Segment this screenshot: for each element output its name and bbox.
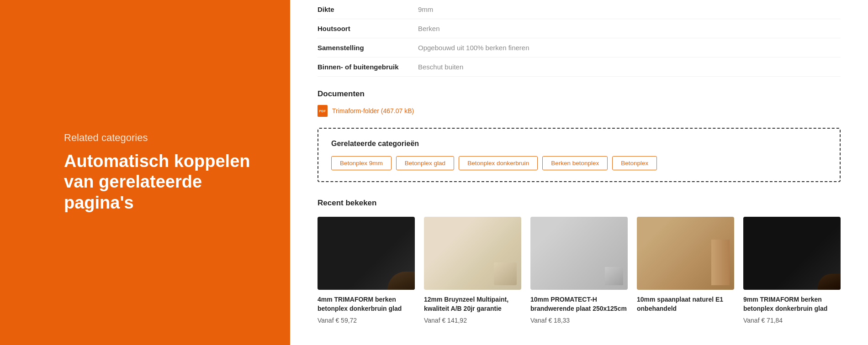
related-categories-box: Gerelateerde categorieën Betonplex 9mmBe… bbox=[318, 128, 841, 182]
product-name: 4mm TRIMAFORM berken betonplex donkerbru… bbox=[318, 295, 415, 313]
category-tag[interactable]: Betonplex 9mm bbox=[331, 156, 392, 170]
spec-label: Samenstelling bbox=[318, 38, 418, 58]
pdf-icon bbox=[318, 105, 328, 117]
heading-line1: Automatisch koppelen bbox=[64, 152, 250, 171]
product-name: 10mm spaanplaat naturel E1 onbehandeld bbox=[637, 295, 734, 313]
left-panel: Related categories Automatisch koppelen … bbox=[0, 0, 290, 345]
spec-row: Dikte9mm bbox=[318, 0, 841, 19]
product-name: 9mm TRIMAFORM berken betonplex donkerbru… bbox=[743, 295, 841, 313]
spec-row: SamenstellingOpgebouwd uit 100% berken f… bbox=[318, 38, 841, 58]
right-panel: Dikte9mmHoutsoortBerkenSamenstellingOpge… bbox=[290, 0, 868, 345]
product-card[interactable]: 9mm TRIMAFORM berken betonplex donkerbru… bbox=[743, 217, 841, 324]
product-card[interactable]: 10mm spaanplaat naturel E1 onbehandeld bbox=[637, 217, 734, 324]
product-image bbox=[743, 217, 841, 290]
product-card[interactable]: 10mm PROMATECT-H brandwerende plaat 250x… bbox=[530, 217, 628, 324]
spec-value: Opgebouwd uit 100% berken fineren bbox=[418, 38, 841, 58]
product-image bbox=[637, 217, 734, 290]
related-heading: Automatisch koppelen van gerelateerde pa… bbox=[64, 151, 250, 214]
spec-row: HoutsoortBerken bbox=[318, 19, 841, 38]
spec-label: Dikte bbox=[318, 0, 418, 19]
product-card[interactable]: 12mm Bruynzeel Multipaint, kwaliteit A/B… bbox=[424, 217, 521, 324]
category-tag[interactable]: Betonplex donkerbruin bbox=[459, 156, 538, 170]
spec-value: 9mm bbox=[418, 0, 841, 19]
product-name: 12mm Bruynzeel Multipaint, kwaliteit A/B… bbox=[424, 295, 521, 313]
related-categories-label: Related categories bbox=[64, 132, 250, 144]
heading-line2: van gerelateerde bbox=[64, 172, 202, 191]
product-name: 10mm PROMATECT-H brandwerende plaat 250x… bbox=[530, 295, 628, 313]
product-price: Vanaf € 71,84 bbox=[743, 317, 841, 324]
category-tag[interactable]: Berken betonplex bbox=[542, 156, 608, 170]
product-card[interactable]: 4mm TRIMAFORM berken betonplex donkerbru… bbox=[318, 217, 415, 324]
category-tag[interactable]: Betonplex glad bbox=[396, 156, 454, 170]
document-filename: Trimaform-folder (467.07 kB) bbox=[332, 107, 414, 115]
product-price: Vanaf € 59,72 bbox=[318, 317, 415, 324]
left-panel-content: Related categories Automatisch koppelen … bbox=[64, 132, 250, 214]
heading-line3: pagina's bbox=[64, 193, 134, 212]
product-image bbox=[530, 217, 628, 290]
product-price: Vanaf € 18,33 bbox=[530, 317, 628, 324]
recent-bekeken-title: Recent bekeken bbox=[318, 199, 841, 208]
product-image bbox=[424, 217, 521, 290]
product-price: Vanaf € 141,92 bbox=[424, 317, 521, 324]
category-tag[interactable]: Betonplex bbox=[612, 156, 657, 170]
document-link[interactable]: Trimaform-folder (467.07 kB) bbox=[318, 105, 841, 117]
spec-label: Houtsoort bbox=[318, 19, 418, 38]
spec-value: Beschut buiten bbox=[418, 58, 841, 77]
spec-row: Binnen- of buitengebruikBeschut buiten bbox=[318, 58, 841, 77]
documenten-title: Documenten bbox=[318, 89, 841, 99]
specs-table: Dikte9mmHoutsoortBerkenSamenstellingOpge… bbox=[318, 0, 841, 77]
related-categories-box-title: Gerelateerde categorieën bbox=[331, 140, 827, 148]
products-grid: 4mm TRIMAFORM berken betonplex donkerbru… bbox=[318, 217, 841, 324]
category-tags: Betonplex 9mmBetonplex gladBetonplex don… bbox=[331, 156, 827, 170]
spec-label: Binnen- of buitengebruik bbox=[318, 58, 418, 77]
product-image bbox=[318, 217, 415, 290]
spec-value: Berken bbox=[418, 19, 841, 38]
